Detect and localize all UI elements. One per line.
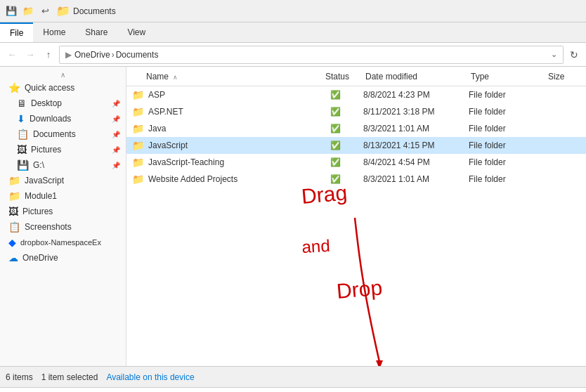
file-status: ✅ bbox=[307, 107, 363, 117]
file-type: File folder bbox=[469, 107, 546, 117]
file-name: Website Added Projects bbox=[148, 174, 307, 184]
col-header-type[interactable]: Type bbox=[471, 72, 548, 81]
file-type: File folder bbox=[469, 124, 546, 133]
g-drive-label: G:\ bbox=[33, 160, 44, 170]
file-list: 📁 ASP ✅ 8/8/2021 4:23 PM File folder 📁 A… bbox=[126, 86, 586, 366]
forward-button[interactable]: → bbox=[22, 47, 38, 63]
pictures-pin: 📌 bbox=[112, 146, 120, 154]
sort-icon: ∧ bbox=[173, 74, 178, 81]
downloads-icon: ⬇ bbox=[17, 113, 25, 124]
documents-label: Documents bbox=[33, 129, 76, 139]
sidebar-scroll-up[interactable]: ∧ bbox=[0, 70, 126, 80]
sidebar-item-documents[interactable]: 📋 Documents 📌 bbox=[0, 126, 126, 142]
list-item[interactable]: 📄 LICENSE Initial commit bbox=[0, 388, 586, 392]
folder-icon: 📁 bbox=[132, 123, 144, 134]
path-onedrive[interactable]: OneDrive bbox=[74, 50, 110, 60]
folder-icon: 📁 bbox=[132, 174, 144, 185]
file-status: ✅ bbox=[307, 174, 363, 184]
file-date: 8/13/2021 4:15 PM bbox=[363, 141, 469, 150]
tab-view[interactable]: View bbox=[117, 22, 155, 42]
sidebar: ∧ ⭐ Quick access 🖥 Desktop 📌 ⬇ Downloads… bbox=[0, 67, 126, 366]
table-row[interactable]: 📁 JavaScript-Teaching ✅ 8/4/2021 4:54 PM… bbox=[126, 154, 586, 171]
js-label: JavaScript bbox=[25, 176, 64, 185]
sidebar-item-downloads[interactable]: ⬇ Downloads 📌 bbox=[0, 111, 126, 126]
dropbox-label: dropbox-NamespaceEx bbox=[20, 238, 101, 247]
g-drive-pin: 📌 bbox=[112, 162, 120, 169]
file-date: 8/3/2021 1:01 AM bbox=[363, 124, 469, 133]
documents-pin: 📌 bbox=[112, 131, 120, 138]
sidebar-item-pictures2[interactable]: 🖼 Pictures bbox=[0, 204, 126, 219]
file-name: ASP.NET bbox=[148, 107, 307, 117]
col-type-label: Type bbox=[471, 72, 489, 81]
cloud-status: Available on this device bbox=[106, 372, 194, 382]
up-button[interactable]: ↑ bbox=[41, 47, 56, 63]
folder-icon: 📁 bbox=[132, 140, 144, 151]
title-folder-icon: 📁 bbox=[56, 4, 70, 18]
sidebar-item-onedrive[interactable]: ☁ OneDrive bbox=[0, 250, 126, 266]
module1-icon: 📁 bbox=[8, 190, 20, 202]
folder-icon: 📁 bbox=[132, 157, 144, 168]
back-button[interactable]: ← bbox=[4, 47, 20, 63]
pictures-icon: 🖼 bbox=[17, 144, 27, 155]
sidebar-item-quick-access[interactable]: ⭐ Quick access bbox=[0, 80, 126, 96]
file-type: File folder bbox=[469, 90, 546, 100]
tab-home[interactable]: Home bbox=[33, 22, 75, 42]
file-area: Name ∧ Status Date modified Type Size 📁 … bbox=[126, 67, 586, 366]
screenshots-icon: 📋 bbox=[8, 221, 20, 233]
quick-access-icon: ⭐ bbox=[8, 82, 20, 93]
file-status: ✅ bbox=[307, 90, 363, 100]
title-icons: 💾 📁 ↩ bbox=[6, 6, 51, 17]
window-title: Documents bbox=[73, 6, 116, 16]
table-row[interactable]: 📁 JavaScript ✅ 8/13/2021 4:15 PM File fo… bbox=[126, 137, 586, 154]
sidebar-item-screenshots[interactable]: 📋 Screenshots bbox=[0, 219, 126, 235]
file-name: JavaScript bbox=[148, 141, 307, 150]
g-drive-icon: 💾 bbox=[17, 159, 29, 171]
quick-access-label: Quick access bbox=[25, 83, 74, 93]
module1-label: Module1 bbox=[25, 191, 57, 201]
tab-share[interactable]: Share bbox=[75, 22, 117, 42]
selected-info: 1 item selected bbox=[41, 372, 98, 382]
table-row[interactable]: 📁 ASP ✅ 8/8/2021 4:23 PM File folder bbox=[126, 86, 586, 103]
sidebar-item-pictures[interactable]: 🖼 Pictures 📌 bbox=[0, 142, 126, 157]
undo-icon: ↩ bbox=[39, 6, 51, 17]
save-icon: 💾 bbox=[6, 6, 17, 17]
file-status: ✅ bbox=[307, 157, 363, 167]
file-name: ASP bbox=[148, 90, 307, 100]
ribbon-tabs: File Home Share View bbox=[0, 22, 586, 42]
table-row[interactable]: 📁 Website Added Projects ✅ 8/3/2021 1:01… bbox=[126, 171, 586, 188]
path-dropdown[interactable]: ⌄ bbox=[551, 50, 557, 59]
js-folder-icon: 📁 bbox=[8, 175, 20, 186]
screenshots-label: Screenshots bbox=[25, 222, 72, 232]
sidebar-item-javascript[interactable]: 📁 JavaScript bbox=[0, 173, 126, 188]
tab-file[interactable]: File bbox=[0, 22, 33, 42]
sidebar-item-g-drive[interactable]: 💾 G:\ 📌 bbox=[0, 157, 126, 173]
file-date: 8/4/2021 4:54 PM bbox=[363, 157, 469, 167]
col-header-status[interactable]: Status bbox=[309, 72, 365, 81]
address-path[interactable]: ▶ OneDrive › Documents ⌄ bbox=[59, 46, 564, 64]
folder-icon: 📁 bbox=[132, 106, 144, 117]
sidebar-item-module1[interactable]: 📁 Module1 bbox=[0, 188, 126, 204]
desktop-icon: 🖥 bbox=[17, 98, 27, 109]
col-name-label: Name bbox=[146, 72, 169, 81]
refresh-button[interactable]: ↻ bbox=[566, 47, 582, 63]
title-bar: 💾 📁 ↩ 📁 Documents bbox=[0, 0, 586, 22]
col-header-size[interactable]: Size bbox=[548, 72, 586, 81]
table-row[interactable]: 📁 ASP.NET ✅ 8/11/2021 3:18 PM File folde… bbox=[126, 103, 586, 120]
folder-icon: 📁 bbox=[132, 89, 144, 100]
col-date-label: Date modified bbox=[365, 72, 417, 81]
col-header-name[interactable]: Name ∧ bbox=[126, 72, 309, 81]
path-documents[interactable]: Documents bbox=[116, 50, 159, 60]
sidebar-item-desktop[interactable]: 🖥 Desktop 📌 bbox=[0, 96, 126, 111]
table-row[interactable]: 📁 Java ✅ 8/3/2021 1:01 AM File folder bbox=[126, 120, 586, 137]
sidebar-item-dropbox[interactable]: ◆ dropbox-NamespaceEx bbox=[0, 235, 126, 250]
path-sep-1: › bbox=[112, 50, 115, 60]
file-status: ✅ bbox=[307, 124, 363, 133]
downloads-label: Downloads bbox=[30, 114, 71, 124]
col-header-date[interactable]: Date modified bbox=[365, 72, 471, 81]
col-status-label: Status bbox=[325, 72, 349, 81]
status-bar: 6 items 1 item selected Available on thi… bbox=[0, 366, 586, 387]
file-name: Java bbox=[148, 124, 307, 133]
column-headers: Name ∧ Status Date modified Type Size bbox=[126, 67, 586, 86]
file-type: File folder bbox=[469, 174, 546, 184]
col-size-label: Size bbox=[548, 72, 564, 81]
